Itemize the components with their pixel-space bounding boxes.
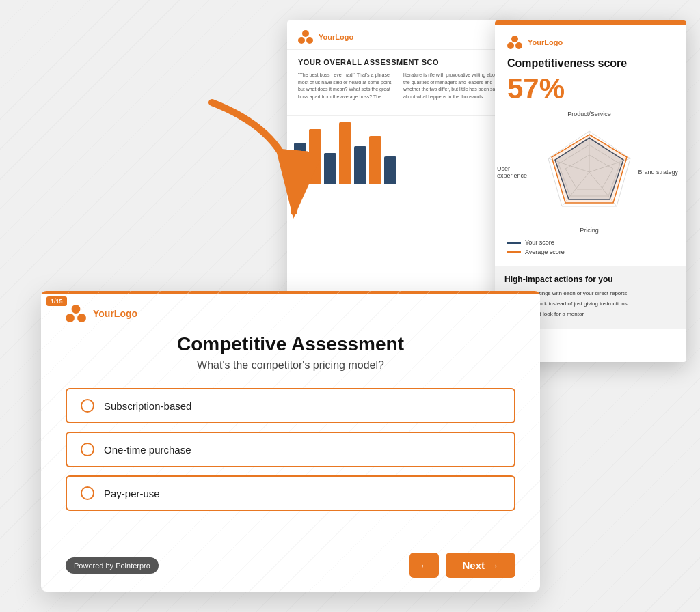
radar-chart-container: Product/Service Brand strategy Pricing U…	[507, 111, 671, 234]
report-header: YourLogo	[287, 20, 513, 50]
high-impact-title: High-impact actions for you	[504, 275, 677, 284]
report-bar-5	[354, 146, 366, 184]
option-label-pay-per-use: Pay-per-use	[104, 488, 160, 499]
report-bar-6	[369, 136, 381, 184]
powered-by-label: Powered by Pointerpro	[66, 557, 159, 574]
quiz-header: Competitive Assessment What's the compet…	[66, 333, 515, 372]
score-card-legend: Your score Average score	[507, 239, 674, 255]
prev-button[interactable]: ←	[409, 553, 439, 578]
report-bar-4	[339, 122, 351, 184]
legend-label-your-score: Your score	[525, 239, 554, 246]
score-percent: 57%	[507, 72, 674, 105]
score-card-title: Competitiveness score	[507, 57, 674, 70]
option-pay-per-use[interactable]: Pay-per-use	[66, 475, 515, 511]
option-radio-one-time	[81, 443, 94, 456]
option-radio-pay-per-use	[81, 486, 94, 500]
quiz-subtitle: What's the competitor's pricing model?	[66, 359, 515, 372]
legend-item-your-score: Your score	[507, 239, 674, 246]
option-one-time[interactable]: One-time purchase	[66, 432, 515, 467]
report-bar-7	[384, 156, 396, 184]
legend-label-avg-score: Average score	[525, 249, 565, 255]
report-logo-icon	[298, 30, 313, 44]
score-card-logo-icon	[507, 36, 522, 49]
quiz-card: 1/15 YourLogo Competitive Assessment Wha…	[41, 291, 540, 592]
quiz-logo-icon	[66, 305, 86, 322]
report-bar-3	[324, 153, 336, 184]
quiz-card-inner: YourLogo Competitive Assessment What's t…	[41, 291, 540, 592]
legend-line-your-score	[507, 242, 521, 244]
option-radio-subscription	[81, 399, 94, 413]
options-list: Subscription-based One-time purchase Pay…	[66, 388, 515, 539]
score-card-body: YourLogo Competitiveness score 57%	[495, 25, 686, 266]
next-button-label: Next	[462, 559, 485, 571]
quiz-logo-row: YourLogo	[66, 305, 515, 322]
report-doc-title: YOUR OVERALL ASSESSMENT SCO	[298, 58, 502, 66]
nav-buttons: ← Next →	[409, 553, 515, 578]
report-doc-body: "The best boss I ever had." That's a phr…	[298, 72, 502, 100]
score-card-logo-text: YourLogo	[528, 38, 563, 46]
arrow-decoration	[185, 82, 321, 232]
option-label-one-time: One-time purchase	[104, 444, 191, 456]
quiz-title: Competitive Assessment	[66, 333, 515, 355]
radar-label-left: Userexperience	[497, 165, 527, 179]
svg-marker-9	[552, 135, 627, 203]
next-button-arrow: →	[489, 559, 499, 571]
legend-item-avg-score: Average score	[507, 249, 674, 255]
next-button[interactable]: Next →	[446, 553, 515, 578]
radar-chart-svg	[521, 117, 658, 227]
legend-line-avg-score	[507, 251, 521, 253]
option-subscription[interactable]: Subscription-based	[66, 388, 515, 423]
radar-label-bottom: Pricing	[580, 227, 599, 234]
report-logo-text: YourLogo	[319, 33, 353, 41]
option-label-subscription: Subscription-based	[104, 400, 191, 412]
radar-label-top: Product/Service	[567, 111, 611, 117]
quiz-logo-text: YourLogo	[93, 308, 137, 319]
quiz-footer: Powered by Pointerpro ← Next →	[66, 553, 515, 578]
score-card-logo-row: YourLogo	[507, 36, 674, 49]
radar-label-right: Brand strategy	[638, 169, 678, 176]
